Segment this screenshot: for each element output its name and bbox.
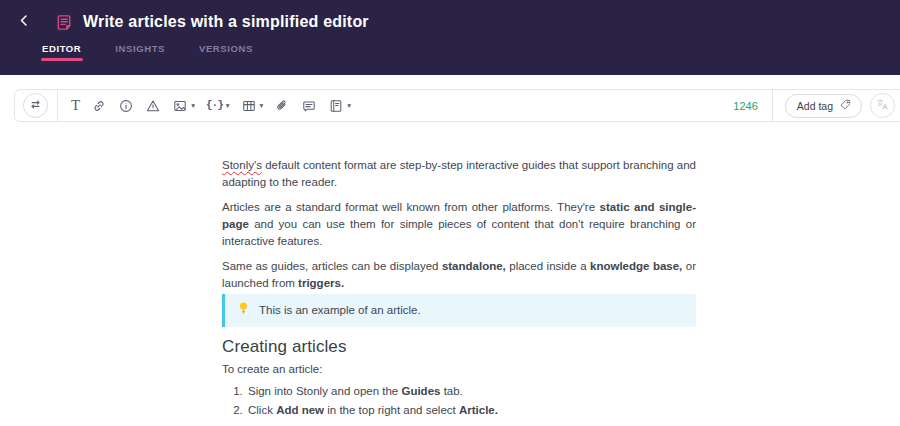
section-heading[interactable]: Creating articles [222, 336, 696, 357]
article-icon [55, 13, 74, 32]
lightbulb-icon [237, 301, 250, 320]
info-icon [118, 98, 134, 114]
code-embed-button[interactable]: {·} ▾ [202, 95, 234, 116]
warning-block-button[interactable] [141, 95, 165, 117]
paragraph[interactable]: Same as guides, articles can be displaye… [222, 258, 696, 292]
translate-button[interactable] [870, 93, 895, 118]
chevron-down-icon: ▾ [347, 101, 351, 110]
info-block-button[interactable] [114, 95, 138, 117]
intro-text[interactable]: To create an article: [222, 361, 696, 378]
tab-versions[interactable]: VERSIONS [199, 43, 253, 62]
callout-icon [301, 98, 317, 114]
toolbar-tools: T [58, 95, 355, 117]
note-callout-button[interactable] [297, 95, 321, 117]
callout-text: This is an example of an article. [259, 302, 421, 319]
editor-content: Stonly's default content format are step… [0, 75, 900, 419]
paragraph[interactable]: Articles are a standard format well know… [222, 199, 696, 250]
word-count: 1246 [733, 100, 757, 112]
paragraph[interactable]: Stonly's default content format are step… [222, 157, 696, 191]
tag-icon [839, 98, 852, 113]
book-icon [328, 98, 344, 114]
translate-icon [875, 97, 890, 115]
header: Write articles with a simplified editor … [0, 0, 900, 75]
tab-editor[interactable]: EDITOR [42, 43, 81, 62]
swap-arrows-icon [28, 97, 43, 115]
attachment-button[interactable] [270, 95, 294, 117]
text-format-button[interactable]: T [67, 95, 84, 116]
steps-list: Sign into Stonly and open the Guides tab… [222, 383, 696, 419]
page-title: Write articles with a simplified editor [83, 13, 369, 31]
image-icon [172, 98, 188, 114]
chevron-down-icon: ▾ [226, 101, 230, 110]
link-button[interactable] [87, 95, 111, 117]
text-icon: T [71, 98, 80, 113]
tab-insights[interactable]: INSIGHTS [115, 43, 165, 62]
list-item[interactable]: Click Add new in the top right and selec… [246, 402, 696, 419]
warning-triangle-icon [145, 98, 161, 114]
list-item[interactable]: Sign into Stonly and open the Guides tab… [246, 383, 696, 400]
chevron-down-icon: ▾ [260, 101, 264, 110]
link-icon [91, 98, 107, 114]
image-button[interactable]: ▾ [168, 95, 199, 117]
editor-surface[interactable]: Stonly's default content format are step… [222, 157, 696, 419]
add-tag-button[interactable]: Add tag [785, 94, 862, 118]
swap-content-type-button[interactable] [23, 93, 48, 118]
tip-callout[interactable]: This is an example of an article. [222, 294, 696, 327]
tab-bar: EDITOR INSIGHTS VERSIONS [0, 43, 900, 62]
chevron-left-icon [17, 13, 32, 31]
back-button[interactable] [12, 10, 36, 34]
add-tag-label: Add tag [797, 100, 833, 112]
chevron-down-icon: ▾ [191, 101, 195, 110]
paperclip-icon [274, 98, 290, 114]
editor-toolbar: T [14, 89, 900, 122]
app-window: Write articles with a simplified editor … [0, 0, 900, 426]
toolbar-divider [772, 90, 773, 121]
guide-embed-button[interactable]: ▾ [324, 95, 355, 117]
table-button[interactable]: ▾ [237, 95, 268, 117]
code-icon: {·} [206, 98, 223, 113]
table-icon [241, 98, 257, 114]
